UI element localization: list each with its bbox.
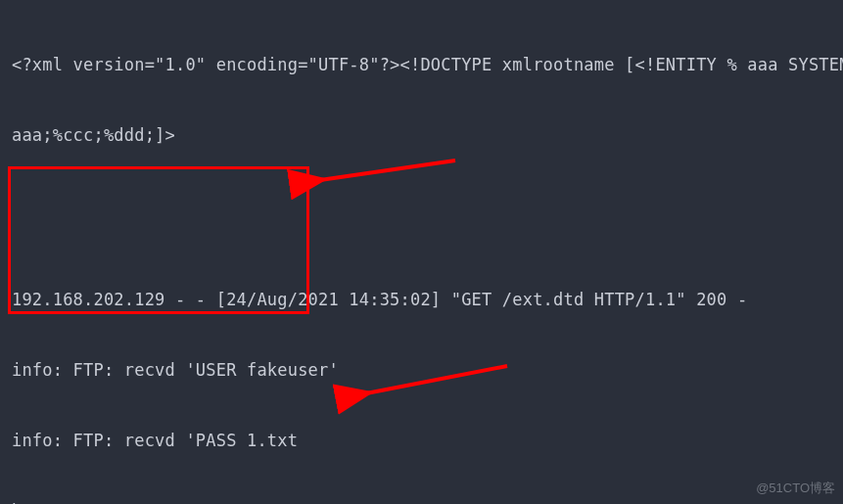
terminal-output: <?xml version="1.0" encoding="UTF-8"?><!… bbox=[0, 0, 843, 504]
ftp-pass-line: info: FTP: recvd 'PASS 1.txt bbox=[12, 429, 831, 452]
ftp-user-line: info: FTP: recvd 'USER fakeuser' bbox=[12, 358, 831, 382]
watermark-text: @51CTO博客 bbox=[756, 477, 835, 500]
spacer bbox=[12, 194, 831, 241]
xml-header-line1: <?xml version="1.0" encoding="UTF-8"?><!… bbox=[12, 53, 831, 76]
leaked-file-1: bea1061393648233859820.tmp bbox=[12, 499, 831, 504]
xml-header-line2: aaa;%ccc;%ddd;]> bbox=[12, 123, 831, 147]
http-request-line: 192.168.202.129 - - [24/Aug/2021 14:35:0… bbox=[12, 288, 831, 311]
